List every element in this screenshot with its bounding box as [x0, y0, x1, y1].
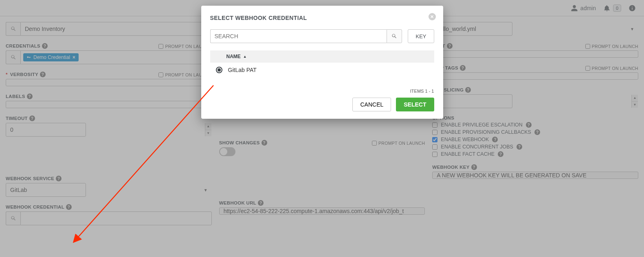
modal-title: SELECT WEBHOOK CREDENTIAL	[210, 15, 434, 21]
modal-key-button[interactable]: KEY	[408, 29, 434, 43]
select-webhook-credential-modal: SELECT WEBHOOK CREDENTIAL ✕ KEY NAME ▲ G…	[201, 6, 443, 119]
credential-row[interactable]: GitLab PAT	[210, 63, 434, 77]
radio-selected-icon[interactable]	[216, 67, 222, 73]
column-name: NAME	[226, 54, 241, 59]
select-button[interactable]: SELECT	[396, 98, 434, 111]
modal-table-header[interactable]: NAME ▲	[210, 50, 434, 63]
search-icon	[391, 33, 397, 39]
modal-items-count: ITEMS 1 - 1	[210, 89, 434, 94]
modal-search-input[interactable]	[210, 29, 387, 43]
credential-row-name: GitLab PAT	[228, 67, 257, 73]
sort-asc-icon: ▲	[243, 54, 247, 59]
modal-search-button[interactable]	[387, 29, 402, 43]
cancel-button[interactable]: CANCEL	[352, 98, 391, 111]
modal-close-button[interactable]: ✕	[429, 13, 436, 20]
